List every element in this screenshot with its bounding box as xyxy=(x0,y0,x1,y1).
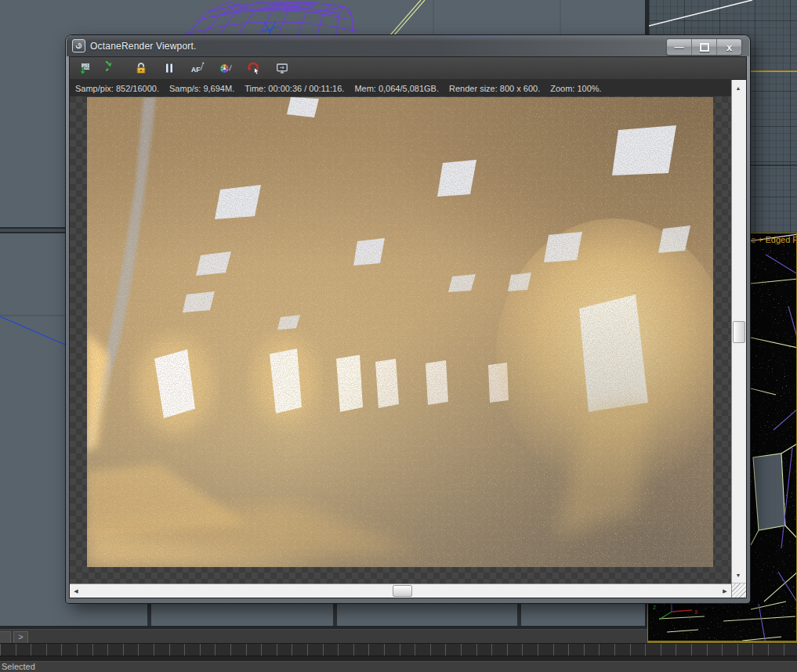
timeline-next-button[interactable]: > xyxy=(13,631,28,644)
horizontal-scroll-thumb[interactable] xyxy=(393,585,412,597)
stat-render-time: Time: 00:00:36 / 00:11:16. xyxy=(245,84,344,93)
save-render-image-icon[interactable] xyxy=(74,59,96,78)
wireframe-dome xyxy=(0,0,645,36)
axis-x-label: x xyxy=(694,608,698,616)
autofocus-picker-icon[interactable]: AF xyxy=(187,59,208,78)
horizontal-scrollbar[interactable]: ◀ ▶ xyxy=(70,583,731,598)
panel-divider xyxy=(333,602,337,626)
white-balance-picker-icon[interactable] xyxy=(215,59,237,78)
vertical-scrollbar-column: ▲ ▼ xyxy=(731,80,746,598)
titlebar-sheen xyxy=(67,35,749,42)
stat-memory: Mem: 0,064/5,081GB. xyxy=(354,84,439,93)
render-canvas-area[interactable] xyxy=(70,96,731,583)
axis-z-label: z xyxy=(653,603,657,611)
wireframe-blue-edge xyxy=(0,309,74,350)
window-resize-grip[interactable] xyxy=(732,583,746,598)
panel-divider xyxy=(147,602,151,626)
maximize-button[interactable] xyxy=(692,39,717,55)
octane-toolbar: AF xyxy=(70,57,746,80)
desktop-stage: z x ic + Edged F > Selected OctaneRender… xyxy=(0,0,797,672)
grid-lines xyxy=(433,0,560,36)
pause-render-icon[interactable] xyxy=(158,59,180,78)
panel-divider xyxy=(517,602,521,626)
stat-samples-per-pixel: Samp/pix: 852/16000. xyxy=(75,84,159,93)
wireframe-blue-detail xyxy=(262,21,279,36)
timeline-toolbar: > xyxy=(0,629,647,643)
viewport-shading-label[interactable]: ic + Edged F xyxy=(749,235,797,244)
stop-refresh-icon[interactable] xyxy=(243,59,265,78)
stat-zoom: Zoom: 100%. xyxy=(550,84,601,93)
scroll-up-icon[interactable]: ▲ xyxy=(732,81,744,94)
window-titlebar[interactable]: OctaneRender Viewport. — x xyxy=(67,35,749,56)
svg-text:AF: AF xyxy=(191,66,200,74)
maximize-icon xyxy=(700,43,709,52)
close-button[interactable]: x xyxy=(717,39,741,55)
close-icon: x xyxy=(726,42,732,53)
render-image[interactable] xyxy=(87,97,713,567)
minimize-button[interactable]: — xyxy=(667,39,692,55)
window-title: OctaneRender Viewport. xyxy=(90,41,197,52)
render-stats-bar: Samp/pix: 852/16000. Samp/s: 9,694M. Tim… xyxy=(70,80,731,96)
wireframe-green-diagonal xyxy=(389,0,425,36)
scroll-left-icon[interactable]: ◀ xyxy=(70,584,82,597)
selection-status-text: Selected xyxy=(2,662,35,671)
scroll-down-icon[interactable]: ▼ xyxy=(732,569,744,581)
scroll-right-icon[interactable]: ▶ xyxy=(719,584,731,597)
octane-render-window[interactable]: OctaneRender Viewport. — x xyxy=(66,35,750,603)
window-controls: — x xyxy=(666,38,742,56)
lock-icon[interactable] xyxy=(130,59,152,78)
timeline-partial-button[interactable] xyxy=(0,631,11,644)
vertical-scroll-thumb[interactable] xyxy=(733,321,745,343)
vertical-scrollbar[interactable]: ▲ ▼ xyxy=(732,80,746,583)
minimize-icon: — xyxy=(675,42,684,52)
window-content: AF xyxy=(69,56,747,598)
timeline-ruler[interactable] xyxy=(0,643,797,656)
stat-samples-per-second: Samp/s: 9,694M. xyxy=(169,84,234,93)
viewport-display-icon[interactable] xyxy=(271,59,293,78)
stat-render-size: Render size: 800 x 600. xyxy=(449,84,540,93)
app-statusbar: Selected xyxy=(0,661,797,672)
restart-render-icon[interactable] xyxy=(102,59,124,78)
